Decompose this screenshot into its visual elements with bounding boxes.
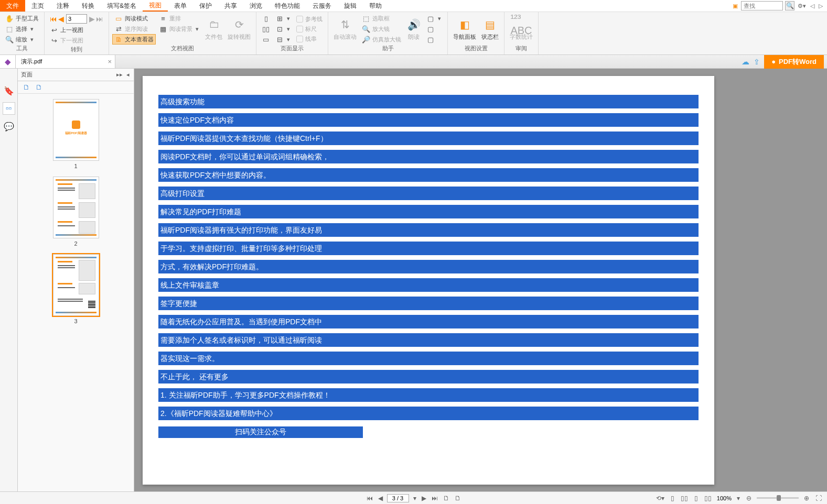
- thumb-tool2-button[interactable]: 🗋: [35, 83, 43, 92]
- menu-help[interactable]: 帮助: [363, 0, 388, 12]
- pdf-to-word-button[interactable]: ●PDF转Word: [764, 55, 824, 69]
- read-bg-button[interactable]: ▩阅读背景▾: [157, 24, 202, 34]
- zoom-menu-button[interactable]: ▾: [736, 495, 741, 502]
- search-input[interactable]: [741, 1, 783, 10]
- thumb-list[interactable]: 福昕PDF阅读器 1 2: [18, 94, 134, 491]
- menu-annotate[interactable]: 注释: [50, 0, 76, 12]
- fit3-button[interactable]: ⊟▾: [273, 34, 293, 45]
- zoom-slider[interactable]: [757, 497, 799, 499]
- select-tool-button[interactable]: ⬚选择▾: [3, 24, 41, 34]
- menu-share[interactable]: 共享: [218, 0, 243, 12]
- menu-rotate[interactable]: 旋辑: [338, 0, 363, 12]
- folder-button[interactable]: 🗀文件包: [203, 16, 224, 42]
- menu-form[interactable]: 表单: [168, 0, 193, 12]
- last-page-button[interactable]: ⏭: [96, 15, 103, 23]
- guide-checkbox[interactable]: [296, 16, 303, 23]
- repos-button[interactable]: ≡重排: [157, 13, 202, 24]
- layout2-button[interactable]: ▯▯: [260, 24, 272, 34]
- fit2-button[interactable]: ⊡▾: [273, 24, 293, 34]
- thumb-tool1-button[interactable]: 🗋: [22, 83, 30, 92]
- prev-view-button[interactable]: ↩上一视图: [48, 25, 105, 35]
- sb-view3-button[interactable]: ▯: [693, 495, 699, 502]
- thread-button[interactable]: 线串: [294, 34, 325, 44]
- rail-pages-button[interactable]: ▫▫: [3, 102, 15, 115]
- menu-cloud[interactable]: 云服务: [306, 0, 338, 12]
- sb-prev-button[interactable]: ◀: [377, 495, 384, 502]
- menu-convert[interactable]: 转换: [76, 0, 101, 12]
- hand-tool-button[interactable]: ✋手型工具: [3, 13, 41, 24]
- zoom-tool-button[interactable]: 🔍缩放▾: [3, 34, 41, 45]
- cloud-icon[interactable]: [742, 57, 749, 67]
- status-bar-button[interactable]: ▤状态栏: [479, 16, 501, 42]
- thread-checkbox[interactable]: [296, 36, 303, 42]
- document-tab[interactable]: 演示.pdf ×: [16, 55, 115, 68]
- menu-home[interactable]: 主页: [25, 0, 50, 12]
- speak-button[interactable]: 🔊朗读: [404, 16, 423, 42]
- sb-history-button[interactable]: ⟲▾: [655, 495, 665, 502]
- thumb-2[interactable]: 2: [53, 177, 99, 247]
- menu-browse[interactable]: 浏览: [243, 0, 268, 12]
- thumb-expand-button[interactable]: ▸▸: [115, 71, 124, 78]
- start-tab[interactable]: ◆: [0, 55, 16, 68]
- settings-icon[interactable]: ⚙▾: [797, 3, 807, 9]
- prev-page-button[interactable]: ◀: [58, 15, 64, 23]
- zoom-out-button[interactable]: ⊖: [745, 495, 753, 502]
- rotate-view-button[interactable]: ⟳旋转视图: [225, 16, 253, 42]
- menu-feature[interactable]: 特色功能: [268, 0, 306, 12]
- thumb-header: 页面 ▸▸ ◂: [18, 69, 134, 81]
- guide-button[interactable]: 参考线: [294, 14, 325, 24]
- thumb-collapse-button[interactable]: ◂: [125, 71, 131, 78]
- next-view-button[interactable]: ↪下一视图: [48, 35, 105, 46]
- aux1-button[interactable]: ▢▾: [424, 13, 444, 24]
- menu-fillsign[interactable]: 填写&签名: [101, 0, 143, 12]
- menu-view[interactable]: 视图: [143, 0, 168, 12]
- clip-button[interactable]: ⬚选取框: [360, 13, 403, 24]
- sb-view1-button[interactable]: ▯: [670, 495, 675, 502]
- wordcount-button[interactable]: ¹²³ABC字数统计: [508, 16, 535, 42]
- layout1-button[interactable]: ▯: [260, 13, 272, 24]
- sb-first-button[interactable]: ⏮: [366, 495, 374, 502]
- search-button[interactable]: 🔍: [785, 1, 794, 10]
- sb-dropdown-button[interactable]: ▾: [412, 495, 417, 502]
- aux3-button[interactable]: ▢: [424, 34, 444, 45]
- ruler-checkbox[interactable]: [296, 26, 303, 32]
- menu-file[interactable]: 文件: [0, 0, 25, 12]
- reverse-read-button[interactable]: ⇄逆序阅读: [112, 24, 156, 34]
- nav-panel-icon: ◧: [457, 17, 472, 32]
- tab-close-button[interactable]: ×: [108, 58, 112, 65]
- sb-view2-button[interactable]: ▯▯: [680, 495, 689, 502]
- nav-back-icon[interactable]: ◁: [809, 3, 815, 9]
- simmag-button[interactable]: 🔎仿真放大镜: [360, 34, 403, 45]
- mag-button[interactable]: 🔍放大镜: [360, 24, 403, 34]
- sb-page-input[interactable]: [387, 494, 409, 502]
- sb-jump2-button[interactable]: 🗋: [454, 495, 462, 502]
- aux2-button[interactable]: ▢: [424, 24, 444, 34]
- ruler-button[interactable]: 标尺: [294, 24, 325, 34]
- rail-comments-button[interactable]: 💬: [3, 120, 15, 133]
- reading-mode-button[interactable]: ▭阅读模式: [112, 13, 156, 24]
- page-viewport[interactable]: 高级搜索功能 快速定位PDF文档内容 福昕PDF阅读器提供文本查找功能（快捷键C…: [134, 69, 827, 491]
- sb-view4-button[interactable]: ▯▯: [703, 495, 713, 502]
- bulb-icon[interactable]: ▣: [732, 3, 739, 9]
- thumb-1[interactable]: 福昕PDF阅读器 1: [53, 99, 99, 169]
- zoom-slider-thumb[interactable]: [777, 495, 781, 501]
- thumb-3[interactable]: 3: [53, 254, 99, 324]
- sb-jump1-button[interactable]: 🗋: [442, 495, 450, 502]
- layout3-button[interactable]: ▭: [260, 34, 272, 45]
- sb-next-button[interactable]: ▶: [421, 495, 427, 502]
- zoom-in-button[interactable]: ⊕: [803, 495, 810, 502]
- autoscroll-button[interactable]: ⇅自动滚动: [331, 16, 359, 42]
- chevron-down-icon: ▾: [195, 26, 200, 32]
- text-viewer-button[interactable]: 🗎文本查看器: [112, 34, 156, 45]
- nav-panel-button[interactable]: ◧导航面板: [451, 16, 478, 42]
- next-page-button[interactable]: ▶: [89, 15, 95, 23]
- sb-last-button[interactable]: ⏭: [431, 495, 439, 502]
- nav-fwd-icon[interactable]: ▷: [818, 3, 824, 9]
- rail-bookmark-button[interactable]: 🔖: [3, 84, 15, 97]
- fullscreen-button[interactable]: ⛶: [814, 495, 823, 502]
- share-icon[interactable]: [754, 58, 760, 66]
- fit1-button[interactable]: ⊞▾: [273, 13, 293, 24]
- first-page-button[interactable]: ⏮: [50, 15, 57, 23]
- menu-protect[interactable]: 保护: [193, 0, 218, 12]
- goto-page-input[interactable]: [66, 14, 87, 24]
